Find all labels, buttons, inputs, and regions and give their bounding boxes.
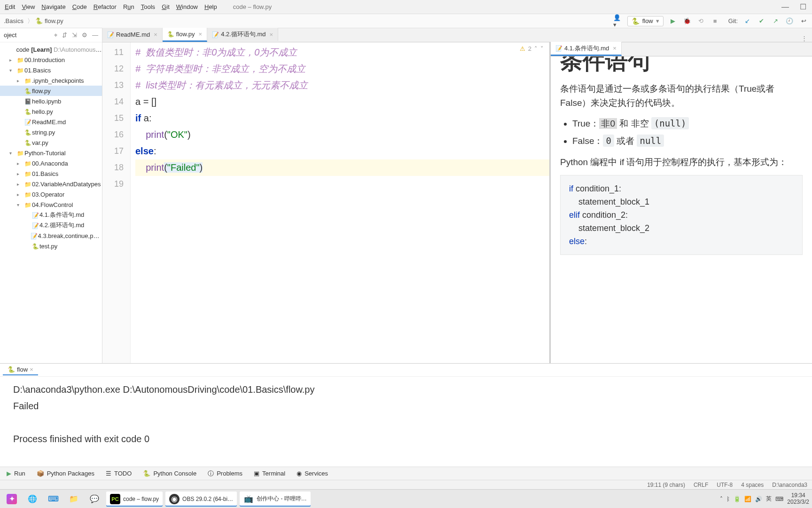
- tree-row[interactable]: test.py: [0, 241, 102, 251]
- vcs-revert-icon[interactable]: ↩: [799, 16, 808, 26]
- editor-tab[interactable]: flow.py×: [163, 28, 207, 42]
- tray-ime-mode-icon[interactable]: ⌨: [775, 496, 783, 502]
- tree-row[interactable]: ▾04.FlowControl: [0, 199, 102, 210]
- console-output[interactable]: D:\anaconda3\python.exe D:\AutonomousDri…: [0, 377, 812, 467]
- python-interpreter[interactable]: D:\anaconda3: [772, 482, 807, 488]
- tree-row[interactable]: ▸00.Introduction: [0, 55, 102, 65]
- breadcrumb-folder[interactable]: .Basics: [4, 17, 23, 24]
- tray-volume-icon[interactable]: 🔊: [755, 496, 762, 502]
- taskbar-app-obs[interactable]: ◉OBS 29.0.2 (64-bi…: [165, 492, 237, 507]
- tree-row[interactable]: ▸00.Anaconda: [0, 158, 102, 168]
- tray-bluetooth-icon[interactable]: ᛒ: [726, 496, 730, 502]
- maximize-button[interactable]: ☐: [799, 2, 807, 11]
- code-editor[interactable]: ⚠ 2 ˄ ˅ 111213141516171819 # 数值类型时：非0为成立…: [102, 42, 551, 363]
- tree-row[interactable]: ReadME.md: [0, 117, 102, 127]
- vcs-push-icon[interactable]: ↗: [771, 16, 780, 26]
- user-icon[interactable]: 👤▾: [613, 16, 623, 26]
- tree-row[interactable]: 4.2.循环语句.md: [0, 220, 102, 230]
- tray-wifi-icon[interactable]: 📶: [744, 496, 751, 502]
- python-icon: 🐍: [632, 17, 640, 25]
- system-tray[interactable]: ˄ ᛒ 🔋 📶 🔊 英 ⌨ 19:34 2023/3/2: [720, 492, 809, 505]
- tree-row[interactable]: var.py: [0, 137, 102, 148]
- hide-icon[interactable]: —: [92, 32, 98, 39]
- menu-git[interactable]: Git: [162, 3, 170, 10]
- vcs-commit-icon[interactable]: ✔: [757, 16, 766, 26]
- menu-refactor[interactable]: Refactor: [94, 3, 117, 10]
- settings-gear-icon[interactable]: ⚙: [82, 32, 87, 39]
- tool-terminal[interactable]: ▣Terminal: [254, 470, 285, 477]
- tool-run[interactable]: ▶Run: [7, 470, 25, 477]
- markdown-body[interactable]: 条件语句 条件语句是通过一条或多条语句的执行结果（True或者False）来决定…: [551, 56, 812, 363]
- tree-row[interactable]: ▸.ipynb_checkpoints: [0, 75, 102, 86]
- preview-tab[interactable]: 4.1.条件语句.md ×: [551, 42, 622, 56]
- taskbar-app-chrome[interactable]: 🌐: [23, 492, 41, 507]
- tree-row[interactable]: 4.1.条件语句.md: [0, 210, 102, 220]
- tool-python-console[interactable]: 🐍Python Console: [143, 470, 196, 477]
- tool-services[interactable]: ◉Services: [297, 470, 328, 477]
- tree-row[interactable]: 4.3.break,continue,pass.m: [0, 230, 102, 241]
- tree-row[interactable]: string.py: [0, 127, 102, 137]
- menu-edit[interactable]: Edit: [5, 3, 15, 10]
- menu-code[interactable]: Code: [72, 3, 87, 10]
- tree-row[interactable]: code [Learn] D:\AutonomousDriv: [0, 44, 102, 55]
- tabs-more-icon[interactable]: ⋮: [796, 35, 812, 42]
- tree-row[interactable]: ▾Python-Tutorial: [0, 148, 102, 158]
- taskbar-app-generic[interactable]: ✦: [3, 492, 21, 507]
- taskbar-app-bilibili[interactable]: 📺创作中心 - 哔哩哔…: [240, 492, 311, 507]
- project-tree[interactable]: code [Learn] D:\AutonomousDriv▸00.Introd…: [0, 42, 102, 253]
- editor-tab[interactable]: ReadME.md×: [102, 28, 163, 41]
- menu-run[interactable]: Run: [123, 3, 134, 10]
- menu-view[interactable]: View: [22, 3, 35, 10]
- tree-row[interactable]: ▸03.Operator: [0, 189, 102, 199]
- tree-row[interactable]: ▾01.Basics: [0, 65, 102, 75]
- close-icon[interactable]: ×: [613, 45, 617, 52]
- tree-row[interactable]: ▸01.Basics: [0, 168, 102, 179]
- taskbar-app-vscode[interactable]: ⌨: [44, 492, 62, 507]
- play-icon: ▶: [7, 470, 11, 477]
- minimize-button[interactable]: —: [781, 3, 789, 11]
- caret-position[interactable]: 19:11 (9 chars): [647, 482, 685, 488]
- stop-button[interactable]: ■: [710, 16, 720, 26]
- tray-clock[interactable]: 19:34 2023/3/2: [787, 492, 809, 505]
- file-encoding[interactable]: UTF-8: [717, 482, 733, 488]
- close-icon[interactable]: ×: [199, 31, 203, 38]
- menu-help[interactable]: Help: [204, 3, 217, 10]
- run-config-selector[interactable]: 🐍 flow ▾: [627, 16, 664, 26]
- editor-tab[interactable]: 4.2.循环语句.md×: [207, 28, 278, 41]
- tree-row[interactable]: flow.py: [0, 86, 102, 96]
- run-tab[interactable]: 🐍 flow ×: [3, 365, 38, 375]
- project-label[interactable]: oject: [4, 32, 16, 39]
- menu-tools[interactable]: Tools: [141, 3, 155, 10]
- tree-row[interactable]: hello.py: [0, 106, 102, 117]
- menu-navigate[interactable]: Navigate: [41, 3, 65, 10]
- close-icon[interactable]: ×: [30, 366, 33, 373]
- indent-settings[interactable]: 4 spaces: [741, 482, 764, 488]
- select-opened-file-icon[interactable]: ⌖: [54, 32, 57, 39]
- tool-problems[interactable]: ⓘProblems: [208, 469, 242, 478]
- expand-all-icon[interactable]: ⇵: [62, 32, 67, 39]
- close-icon[interactable]: ×: [154, 31, 157, 38]
- tree-row[interactable]: hello.ipynb: [0, 96, 102, 106]
- collapse-all-icon[interactable]: ⇲: [72, 32, 77, 39]
- menu-window[interactable]: Window: [176, 3, 198, 10]
- taskbar-app-pycharm[interactable]: PCcode – flow.py: [106, 492, 163, 507]
- tool-todo[interactable]: ☰TODO: [106, 470, 132, 477]
- tray-chevron-icon[interactable]: ˄: [720, 496, 723, 502]
- run-button[interactable]: ▶: [668, 16, 678, 26]
- breadcrumb-file[interactable]: flow.py: [35, 17, 63, 25]
- tool-python-packages[interactable]: 📦Python Packages: [37, 470, 94, 477]
- tree-node-icon: [31, 232, 38, 239]
- tray-battery-icon[interactable]: 🔋: [734, 496, 741, 502]
- project-tool-window: oject ⌖ ⇵ ⇲ ⚙ — code [Learn] D:\Autonomo…: [0, 28, 102, 363]
- vcs-history-icon[interactable]: 🕘: [785, 16, 794, 26]
- taskbar-app-explorer[interactable]: 📁: [65, 492, 83, 507]
- close-icon[interactable]: ×: [270, 31, 273, 38]
- taskbar-app-wechat[interactable]: 💬: [86, 492, 103, 507]
- coverage-button[interactable]: ⟲: [696, 16, 706, 26]
- code-area[interactable]: # 数值类型时：非0为成立，0为不成立 # 字符串类型时：非空成立，空为不成立 …: [131, 42, 549, 363]
- tree-row[interactable]: ▸02.VariableAndDatatypes: [0, 179, 102, 189]
- tray-ime[interactable]: 英: [766, 495, 772, 503]
- vcs-update-icon[interactable]: ↙: [742, 16, 752, 26]
- debug-button[interactable]: 🐞: [682, 16, 692, 26]
- line-separator[interactable]: CRLF: [694, 482, 708, 488]
